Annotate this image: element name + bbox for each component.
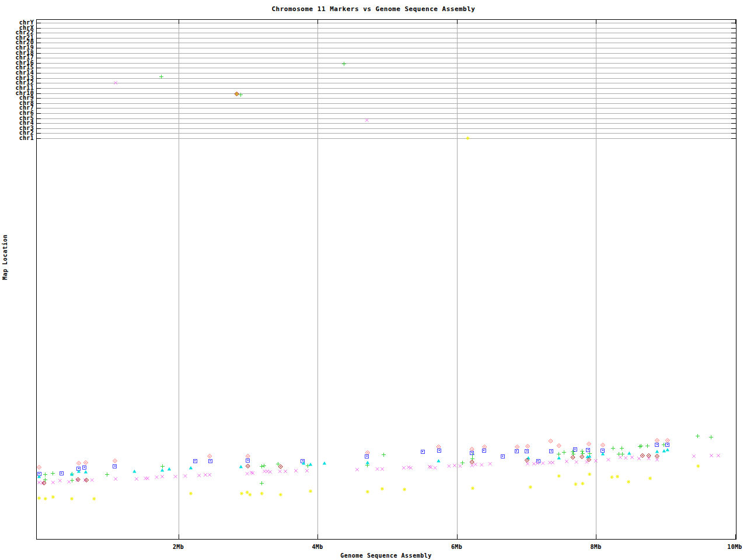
asterisk-icon [366, 490, 369, 494]
asterisk-icon [189, 492, 193, 495]
cross-icon [114, 477, 117, 481]
cross-icon [434, 466, 437, 470]
plus-icon [645, 444, 650, 448]
diamond-dot-icon [470, 460, 474, 464]
triangle-icon [239, 465, 243, 468]
cross-icon [448, 464, 451, 468]
cross-icon [474, 463, 477, 466]
square-dot-icon [525, 449, 529, 453]
series-wi-rh [37, 92, 700, 501]
plus-icon [43, 473, 47, 477]
plus-icon [620, 446, 624, 450]
asterisk-icon [37, 496, 41, 500]
cross-icon [174, 475, 177, 478]
asterisk-icon [279, 493, 282, 496]
cross-icon [619, 456, 622, 459]
x-axis-title: Genome Sequence Assembly [36, 552, 736, 559]
cross-icon [381, 467, 384, 471]
chart-root: Chromosome 11 Markers vs Genome Sequence… [0, 0, 747, 560]
triangle-icon [132, 470, 136, 473]
triangle-icon [662, 449, 666, 452]
square-dot-icon [113, 464, 117, 468]
plus-icon [571, 452, 575, 456]
cross-icon [692, 454, 696, 458]
asterisk-icon [44, 497, 47, 501]
diamond-dot-icon [113, 459, 117, 463]
cross-icon [208, 473, 211, 477]
cross-icon [365, 118, 369, 122]
series-gm99-gb4 [43, 62, 713, 485]
series-marshfield [37, 443, 669, 475]
cross-icon [263, 470, 267, 473]
cross-icon [305, 469, 309, 473]
triangle-icon [601, 452, 605, 455]
cross-icon [37, 481, 41, 484]
cross-icon [637, 457, 641, 460]
cross-icon [526, 462, 529, 466]
diamond-dot-icon [278, 465, 282, 469]
asterisk-icon [248, 493, 252, 496]
plus-icon [262, 464, 266, 468]
cross-icon [536, 461, 539, 465]
asterisk-icon [466, 136, 470, 140]
square-dot-icon [550, 449, 553, 453]
cross-icon [480, 463, 484, 467]
asterisk-icon [610, 475, 613, 479]
asterisk-icon [403, 488, 406, 491]
triangle-icon [160, 468, 164, 471]
plus-icon [239, 93, 243, 97]
diamond-dot-icon [601, 443, 605, 447]
triangle-icon [666, 448, 669, 451]
triangle-icon [167, 467, 171, 470]
plus-icon [470, 457, 474, 461]
plus-icon [571, 450, 575, 454]
square-dot-icon [573, 447, 577, 451]
cross-icon [551, 461, 554, 464]
diamond-dot-icon [246, 464, 250, 468]
x-axis-tick-label: 4Mb [312, 544, 323, 550]
x-axis-tick-label: 10Mb [727, 544, 742, 550]
square-dot-icon [601, 449, 605, 452]
asterisk-icon [581, 482, 584, 485]
cross-icon [630, 456, 634, 459]
cross-icon [453, 464, 456, 467]
cross-icon [355, 468, 359, 471]
plus-icon [105, 473, 109, 477]
series-tng [37, 81, 720, 485]
cross-icon [542, 461, 545, 465]
asterisk-icon [471, 487, 474, 490]
cross-icon [624, 456, 627, 460]
diamond-dot-icon [571, 456, 575, 460]
plus-icon [709, 435, 713, 439]
plus-icon [160, 464, 165, 468]
plot-border [37, 20, 736, 540]
square-dot-icon [60, 471, 63, 475]
asterisk-icon [246, 491, 249, 494]
cross-icon [58, 479, 62, 482]
square-dot-icon [482, 449, 486, 452]
diamond-dot-icon [437, 445, 441, 449]
square-dot-icon [438, 449, 441, 452]
plus-icon [620, 452, 624, 456]
cross-icon [575, 460, 578, 464]
plus-icon [159, 75, 163, 79]
diamond-dot-icon [37, 466, 41, 470]
cross-icon [197, 474, 201, 477]
plus-icon [382, 453, 386, 457]
square-dot-icon [515, 449, 518, 453]
cross-icon [710, 454, 713, 457]
diamond-dot-icon [76, 461, 81, 466]
square-dot-icon [193, 459, 197, 463]
asterisk-icon [309, 489, 312, 493]
series-gm99-g3 [42, 92, 659, 485]
diamond-dot-icon [640, 454, 644, 458]
cross-icon [268, 470, 272, 474]
square-dot-icon [666, 443, 669, 446]
plus-icon [557, 452, 561, 456]
cross-icon [278, 470, 282, 473]
cross-icon [284, 470, 287, 473]
square-dot-icon [501, 454, 504, 458]
y-axis-chromosome-label: chr1 [2, 135, 34, 141]
plus-icon [562, 450, 566, 454]
x-axis-tick-label: 6Mb [451, 544, 462, 550]
